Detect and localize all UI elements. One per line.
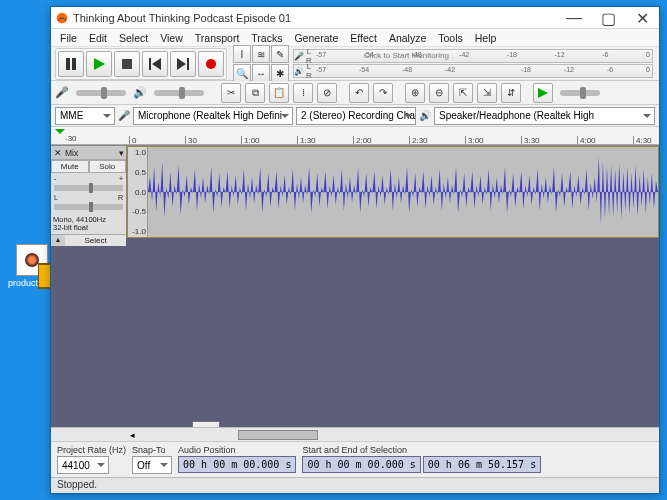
menu-tracks[interactable]: Tracks <box>246 31 287 45</box>
desktop-file-label: production... <box>8 278 56 288</box>
playback-volume-slider[interactable] <box>154 90 204 96</box>
audio-host-combo[interactable]: MME <box>55 107 115 125</box>
recording-volume-slider[interactable] <box>76 90 126 96</box>
maximize-button[interactable]: ▢ <box>591 7 625 29</box>
zoom-in-button[interactable]: ⊕ <box>405 83 425 103</box>
menu-view[interactable]: View <box>155 31 188 45</box>
track-close-button[interactable]: ✕ <box>53 148 63 158</box>
svg-marker-11 <box>538 88 548 98</box>
menu-select[interactable]: Select <box>114 31 153 45</box>
audio-position-label: Audio Position <box>178 445 296 455</box>
project-rate-combo[interactable]: 44100 <box>57 456 109 474</box>
envelope-tool[interactable]: ≋ <box>252 45 270 63</box>
multi-tool[interactable]: ✱ <box>271 64 289 82</box>
svg-rect-3 <box>72 58 76 70</box>
horizontal-scrollbar[interactable]: ◂ <box>51 427 659 441</box>
desktop-file-icon[interactable]: production... <box>8 244 56 288</box>
app-icon <box>55 11 69 25</box>
menu-tools[interactable]: Tools <box>433 31 468 45</box>
menu-edit[interactable]: Edit <box>84 31 112 45</box>
edit-toolbar: 🎤 🔊 ✂ ⧉ 📋 ⁞ ⊘ ↶ ↷ ⊕ ⊖ ⇱ ⇲ ⇵ <box>51 81 659 105</box>
draw-tool[interactable]: ✎ <box>271 45 289 63</box>
drag-ghost: producti... Move <box>186 421 226 427</box>
trim-button[interactable]: ⁞ <box>293 83 313 103</box>
selection-start-value[interactable]: 00 h 00 m 00.000 s <box>302 456 420 473</box>
skip-end-button[interactable] <box>170 51 196 77</box>
drag-file-icon <box>192 421 220 427</box>
svg-marker-7 <box>152 58 161 70</box>
gain-slider[interactable] <box>54 185 123 191</box>
menu-transport[interactable]: Transport <box>190 31 245 45</box>
record-button[interactable] <box>198 51 224 77</box>
play-at-speed-button[interactable] <box>533 83 553 103</box>
track-area[interactable]: ✕ Mix ▾ Mute Solo -+ LR Mono, 44100Hz32-… <box>51 145 659 427</box>
input-device-combo[interactable]: Microphone (Realtek High Defini <box>133 107 293 125</box>
minimize-button[interactable]: — <box>557 7 591 29</box>
redo-button[interactable]: ↷ <box>373 83 393 103</box>
zoom-toggle-button[interactable]: ⇵ <box>501 83 521 103</box>
pan-slider[interactable] <box>54 204 123 210</box>
menu-file[interactable]: File <box>55 31 82 45</box>
copy-button[interactable]: ⧉ <box>245 83 265 103</box>
svg-rect-9 <box>187 58 189 70</box>
snap-label: Snap-To <box>132 445 172 455</box>
tool-palette: I ≋ ✎ 🔍 ↔ ✱ <box>233 45 289 82</box>
skip-start-button[interactable] <box>142 51 168 77</box>
play-button[interactable] <box>86 51 112 77</box>
menu-effect[interactable]: Effect <box>345 31 382 45</box>
pause-button[interactable] <box>58 51 84 77</box>
mic-volume-icon: 🎤 <box>55 86 69 99</box>
track-select-button[interactable]: Select <box>65 235 126 246</box>
track-name[interactable]: Mix <box>63 148 119 158</box>
solo-button[interactable]: Solo <box>89 160 127 173</box>
window-title: Thinking About Thinking Podcast Episode … <box>73 12 557 24</box>
undo-button[interactable]: ↶ <box>349 83 369 103</box>
meters-group: 🎤 LR -57-54-48-42Click to Start Monitori… <box>291 48 655 79</box>
svg-rect-2 <box>66 58 70 70</box>
mic-icon: 🎤 <box>294 52 304 61</box>
silence-button[interactable]: ⊘ <box>317 83 337 103</box>
stop-button[interactable] <box>114 51 140 77</box>
snap-combo[interactable]: Off <box>132 456 172 474</box>
zoom-tool[interactable]: 🔍 <box>233 64 251 82</box>
play-speed-slider[interactable] <box>560 90 600 96</box>
timeline-ruler[interactable]: -30 0 30 1:00 1:30 2:00 2:30 3:00 3:30 4… <box>51 127 659 145</box>
status-bar: Stopped. <box>51 477 659 493</box>
cut-button[interactable]: ✂ <box>221 83 241 103</box>
playhead-marker[interactable] <box>55 129 65 139</box>
menu-analyze[interactable]: Analyze <box>384 31 431 45</box>
audio-position-value[interactable]: 00 h 00 m 00.000 s <box>178 456 296 473</box>
audacity-window: Thinking About Thinking Podcast Episode … <box>50 6 660 494</box>
menu-help[interactable]: Help <box>470 31 502 45</box>
track-menu-button[interactable]: ▾ <box>119 148 124 158</box>
paste-button[interactable]: 📋 <box>269 83 289 103</box>
fit-project-button[interactable]: ⇲ <box>477 83 497 103</box>
svg-rect-5 <box>122 59 132 69</box>
selection-end-value[interactable]: 00 h 06 m 50.157 s <box>423 456 541 473</box>
speaker-volume-icon: 🔊 <box>133 86 147 99</box>
project-rate-label: Project Rate (Hz) <box>57 445 126 455</box>
close-button[interactable]: ✕ <box>625 7 659 29</box>
selection-tool[interactable]: I <box>233 45 251 63</box>
svg-marker-8 <box>177 58 186 70</box>
zoom-out-button[interactable]: ⊖ <box>429 83 449 103</box>
output-device-combo[interactable]: Speaker/Headphone (Realtek High <box>434 107 655 125</box>
selection-toolbar: Project Rate (Hz) 44100 Snap-To Off Audi… <box>51 441 659 477</box>
mute-button[interactable]: Mute <box>51 160 89 173</box>
input-device-icon: 🎤 <box>118 110 130 121</box>
recording-meter[interactable]: 🎤 LR -57-54-48-42Click to Start Monitori… <box>293 49 653 63</box>
playback-meter[interactable]: 🔊 LR -57-54-48-42-18-12-60 <box>293 64 653 78</box>
output-device-icon: 🔊 <box>419 110 431 121</box>
ruler-neg: -30 <box>65 134 77 143</box>
menubar: File Edit Select View Transport Tracks G… <box>51 29 659 47</box>
svg-point-10 <box>206 59 216 69</box>
timeshift-tool[interactable]: ↔ <box>252 64 270 82</box>
fit-selection-button[interactable]: ⇱ <box>453 83 473 103</box>
selection-range-label: Start and End of Selection <box>302 445 541 455</box>
amplitude-scale: 1.00.50.0-0.5-1.0 <box>128 147 148 237</box>
track-collapse-button[interactable]: ▴ <box>51 235 65 246</box>
waveform-display[interactable]: 1.00.50.0-0.5-1.0 <box>127 146 659 238</box>
menu-generate[interactable]: Generate <box>289 31 343 45</box>
audio-track: ✕ Mix ▾ Mute Solo -+ LR Mono, 44100Hz32-… <box>51 146 659 238</box>
channels-combo[interactable]: 2 (Stereo) Recording Cha <box>296 107 416 125</box>
